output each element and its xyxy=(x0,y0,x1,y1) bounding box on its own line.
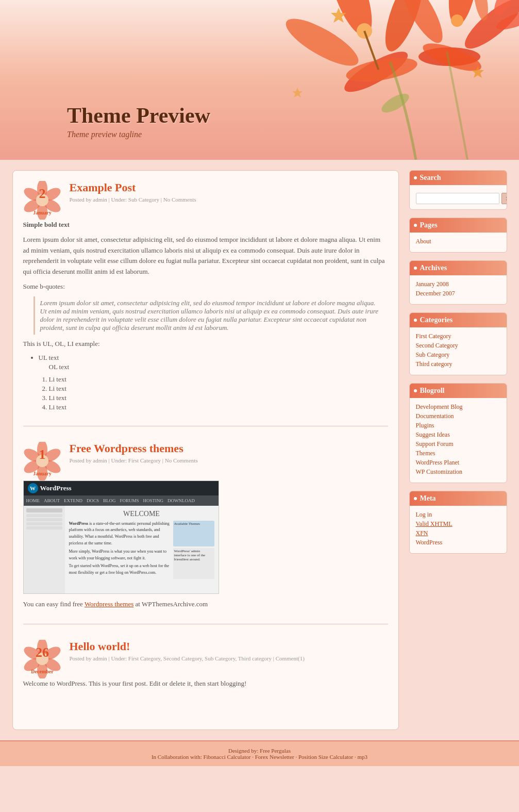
site-footer: Designed by: Free Pergulas In Collaborat… xyxy=(0,740,519,766)
categories-widget-title: Categories xyxy=(410,313,507,327)
post-month-1: January xyxy=(33,210,52,216)
post-day-1: 2 xyxy=(39,186,46,202)
wp-aside-box: Available Themes xyxy=(173,521,214,546)
wp-side-item xyxy=(26,526,62,529)
post-month-2: January xyxy=(33,471,52,476)
svg-marker-15 xyxy=(292,88,303,97)
meta-wordpress[interactable]: WordPress xyxy=(416,539,500,546)
post-list-label: This is UL, OL, LI example: xyxy=(23,339,388,350)
sidebar-page-about[interactable]: About xyxy=(416,238,500,245)
wp-text-col: WordPress is a state-of-the-art semantic… xyxy=(69,521,171,581)
wp-header: W WordPress xyxy=(24,481,219,495)
meta-xfn[interactable]: XFN xyxy=(416,529,500,537)
post-title-link-3[interactable]: Hello world! xyxy=(70,640,130,653)
post-title-link-2[interactable]: Free Wordpress themes xyxy=(70,442,183,455)
footer-line2: In Collaboration with: Fibonacci Calcula… xyxy=(6,754,513,760)
post-blockquote-label: Some b-quotes: xyxy=(23,281,388,292)
site-tagline: Theme preview tagline xyxy=(67,130,210,139)
post-date-2: 1 January xyxy=(23,442,62,480)
post-content-1: Simple bold text Lorem ipsum dolor sit a… xyxy=(23,220,388,411)
post-ol: Li text Li text Li text Li text xyxy=(49,375,388,411)
wp-side-item xyxy=(26,508,62,512)
post-date-example: 2 January xyxy=(23,181,62,220)
search-button[interactable]: Search xyxy=(501,193,507,204)
archives-widget-title: Archives xyxy=(410,261,507,275)
blogroll-themes[interactable]: Themes xyxy=(416,450,500,457)
blogroll-plugins[interactable]: Plugins xyxy=(416,422,500,429)
post-day-3: 26 xyxy=(36,645,49,660)
blogroll-documentation[interactable]: Documentation xyxy=(416,412,500,420)
post-day-2: 1 xyxy=(39,447,46,462)
pages-widget-content: About xyxy=(410,233,507,252)
post-wordpress-themes: 1 January Free Wordpress themes Posted b… xyxy=(23,442,388,625)
category-third[interactable]: Third category xyxy=(416,360,500,368)
wordpress-screenshot: W WordPress HOME ABOUT EXTEND DOCS BLOG … xyxy=(23,480,219,594)
wp-logo-circle: W xyxy=(28,483,38,493)
blogroll-support-forum[interactable]: Support Forum xyxy=(416,440,500,448)
wp-aside: Available Themes WordPress' admin interf… xyxy=(173,521,214,581)
meta-xhtml[interactable]: Valid XHTML xyxy=(416,520,500,528)
wp-side-item xyxy=(26,514,62,517)
site-header: Theme Preview Theme preview tagline xyxy=(0,0,519,160)
wp-nav: HOME ABOUT EXTEND DOCS BLOG FORUMS HOSTI… xyxy=(24,495,219,506)
post-title-2: Free Wordpress themes xyxy=(23,442,388,455)
archive-jan-2008[interactable]: January 2008 xyxy=(416,280,500,288)
search-input[interactable] xyxy=(416,193,499,204)
wordpress-themes-link[interactable]: Wordpress themes xyxy=(85,600,133,608)
archive-dec-2007[interactable]: December 2007 xyxy=(416,290,500,297)
search-widget: Search Search xyxy=(409,170,507,210)
blogroll-dev-blog[interactable]: Development Blog xyxy=(416,403,500,411)
wp-content-area: WordPress is a state-of-the-art semantic… xyxy=(69,521,214,581)
post-meta-1: Posted by admin | Under: Sub Category | … xyxy=(23,196,388,203)
pages-widget: Pages About xyxy=(409,218,507,253)
post-content-2: W WordPress HOME ABOUT EXTEND DOCS BLOG … xyxy=(23,480,388,610)
post-blockquote: Lorem ipsum dolor sit amet, consectetur … xyxy=(34,296,388,335)
site-title: Theme Preview xyxy=(67,103,210,128)
post-date-3: 26 December xyxy=(23,640,62,678)
wp-body: WELCOME WordPress is a state-of-the-art … xyxy=(24,506,219,594)
meta-widget-title: Meta xyxy=(410,491,507,506)
footer-line2-text: In Collaboration with: Fibonacci Calcula… xyxy=(152,754,367,760)
post-li-2: Li text xyxy=(49,385,388,393)
category-sub[interactable]: Sub Category xyxy=(416,351,500,359)
search-widget-title: Search xyxy=(410,171,507,185)
wp-dashboard-box: WordPress' admin interface is one of the… xyxy=(173,548,214,579)
meta-login[interactable]: Log in xyxy=(416,511,500,519)
post-li-4: Li text xyxy=(49,403,388,411)
post-bold-text: Simple bold text xyxy=(23,221,70,228)
post-inner-ul: OL text xyxy=(49,363,388,371)
blogroll-widget: Blogroll Development Blog Documentation … xyxy=(409,383,507,483)
page-wrapper: 2 January Example Post Posted by admin |… xyxy=(12,170,507,730)
post-title-1: Example Post xyxy=(23,181,388,194)
blogroll-wp-planet[interactable]: WordPress Planet xyxy=(416,459,500,467)
archives-widget-content: January 2008 December 2007 xyxy=(410,275,507,304)
blogroll-wp-customization[interactable]: WP Customization xyxy=(416,468,500,476)
wp-desc: WordPress is a state-of-the-art semantic… xyxy=(69,521,171,547)
post-title-3: Hello world! xyxy=(23,640,388,653)
wp-desc2: More simply, WordPress is what you use w… xyxy=(69,549,171,562)
post-content-3: Welcome to WordPress. This is your first… xyxy=(23,678,388,689)
blogroll-widget-title: Blogroll xyxy=(410,384,507,398)
wp-welcome: WELCOME xyxy=(69,510,214,518)
category-second[interactable]: Second Category xyxy=(416,342,500,350)
post-meta-2: Posted by admin | Under: First Category … xyxy=(23,457,388,463)
pages-widget-title: Pages xyxy=(410,218,507,233)
search-form: Search xyxy=(416,193,500,204)
post-li-1: Li text xyxy=(49,375,388,384)
post-title-link-1[interactable]: Example Post xyxy=(70,181,136,194)
blogroll-suggest-ideas[interactable]: Suggest Ideas xyxy=(416,431,500,439)
post-paragraph-2: You can easy find free Wordpress themes … xyxy=(23,599,388,610)
wp-side-item xyxy=(26,522,62,525)
categories-widget: Categories First Category Second Categor… xyxy=(409,312,507,375)
category-first[interactable]: First Category xyxy=(416,333,500,340)
categories-widget-content: First Category Second Category Sub Categ… xyxy=(410,327,507,375)
wp-main-area: WELCOME WordPress is a state-of-the-art … xyxy=(65,506,219,594)
archives-widget: Archives January 2008 December 2007 xyxy=(409,260,507,305)
post-example: 2 January Example Post Posted by admin |… xyxy=(23,181,388,426)
post-month-3: December xyxy=(31,669,53,674)
post-li-3: Li text xyxy=(49,394,388,402)
post-paragraph-1: Lorem ipsum dolor sit amet, consectetur … xyxy=(23,235,388,277)
post-meta-3: Posted by admin | Under: First Category,… xyxy=(23,655,388,661)
wp-logo: W WordPress xyxy=(28,483,72,493)
wp-desc3: To get started with WordPress, set it up… xyxy=(69,563,171,576)
